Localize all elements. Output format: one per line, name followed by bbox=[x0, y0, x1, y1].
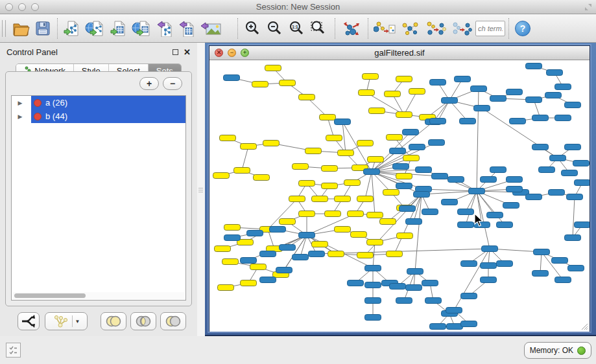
network-node[interactable] bbox=[407, 269, 423, 275]
network-node[interactable] bbox=[510, 119, 526, 124]
network-node[interactable] bbox=[403, 130, 419, 135]
network-node[interactable] bbox=[390, 148, 406, 154]
network-node[interactable] bbox=[351, 232, 367, 238]
network-node[interactable] bbox=[357, 253, 374, 258]
network-node[interactable] bbox=[507, 177, 523, 183]
network-node[interactable] bbox=[322, 166, 338, 172]
network-node[interactable] bbox=[365, 298, 381, 304]
network-node[interactable] bbox=[260, 251, 276, 257]
network-node[interactable] bbox=[422, 280, 438, 286]
network-node[interactable] bbox=[432, 174, 448, 179]
network-node[interactable] bbox=[481, 277, 497, 283]
network-node[interactable] bbox=[555, 115, 571, 121]
network-node[interactable] bbox=[469, 188, 485, 194]
close-panel-icon[interactable]: ✕ bbox=[184, 48, 191, 56]
network-node[interactable] bbox=[406, 219, 422, 225]
create-set-from-network-button[interactable]: ▼ bbox=[45, 312, 88, 330]
network-node[interactable] bbox=[414, 192, 430, 198]
open-session-button[interactable] bbox=[10, 16, 32, 41]
network-node[interactable] bbox=[387, 135, 403, 141]
save-session-button[interactable] bbox=[32, 16, 54, 41]
export-image-button[interactable] bbox=[198, 16, 223, 41]
network-node[interactable] bbox=[526, 97, 542, 103]
network-node[interactable] bbox=[416, 167, 432, 173]
network-node[interactable] bbox=[254, 175, 270, 181]
network-node[interactable] bbox=[399, 206, 416, 212]
network-node[interactable] bbox=[507, 89, 523, 95]
network-node[interactable] bbox=[222, 259, 239, 265]
network-node[interactable] bbox=[280, 245, 296, 251]
network-node[interactable] bbox=[224, 75, 240, 81]
network-node[interactable] bbox=[367, 212, 383, 218]
network-node[interactable] bbox=[442, 98, 458, 104]
network-node[interactable] bbox=[260, 277, 276, 283]
float-panel-icon[interactable] bbox=[173, 49, 178, 55]
network-node[interactable] bbox=[471, 86, 487, 92]
network-node[interactable] bbox=[247, 231, 263, 236]
network-node[interactable] bbox=[250, 264, 267, 270]
network-node[interactable] bbox=[396, 76, 412, 82]
remove-set-button[interactable]: − bbox=[163, 77, 182, 90]
network-node[interactable] bbox=[328, 251, 344, 257]
network-node[interactable] bbox=[365, 315, 381, 321]
network-node[interactable] bbox=[550, 155, 566, 161]
network-node[interactable] bbox=[565, 235, 581, 241]
network-node[interactable] bbox=[429, 140, 445, 146]
network-node[interactable] bbox=[385, 91, 401, 97]
fullscreen-icon[interactable] bbox=[584, 3, 592, 11]
disclosure-triangle-icon[interactable]: ▶ bbox=[12, 113, 29, 120]
task-history-button[interactable] bbox=[6, 343, 21, 358]
network-node[interactable] bbox=[241, 280, 257, 286]
network-node[interactable] bbox=[403, 155, 420, 161]
import-table-file-button[interactable] bbox=[108, 16, 130, 41]
network-node[interactable] bbox=[368, 157, 384, 163]
network-node[interactable] bbox=[348, 280, 364, 286]
network-node[interactable] bbox=[532, 115, 549, 121]
network-node[interactable] bbox=[532, 144, 549, 150]
network-node[interactable] bbox=[461, 261, 477, 267]
network-node[interactable] bbox=[481, 177, 497, 183]
network-canvas[interactable] bbox=[209, 60, 590, 332]
network-node[interactable] bbox=[448, 177, 464, 183]
network-node[interactable] bbox=[215, 246, 231, 252]
network-node[interactable] bbox=[218, 285, 234, 291]
network-node[interactable] bbox=[365, 266, 381, 271]
network-node[interactable] bbox=[383, 190, 399, 196]
network-node[interactable] bbox=[526, 194, 542, 200]
export-network-button[interactable] bbox=[154, 16, 176, 41]
network-node[interactable] bbox=[299, 233, 315, 238]
network-node[interactable] bbox=[280, 80, 296, 86]
network-node[interactable] bbox=[305, 148, 322, 154]
network-node[interactable] bbox=[390, 284, 406, 290]
network-node[interactable] bbox=[567, 194, 583, 200]
network-node[interactable] bbox=[497, 222, 513, 228]
network-node[interactable] bbox=[490, 96, 507, 102]
apply-layout-button[interactable] bbox=[339, 16, 364, 41]
network-node[interactable] bbox=[276, 267, 292, 273]
split-set-button[interactable] bbox=[18, 312, 40, 330]
network-node[interactable] bbox=[547, 70, 563, 76]
network-node[interactable] bbox=[568, 266, 584, 271]
network-node[interactable] bbox=[461, 293, 477, 299]
zoom-selected-button[interactable] bbox=[307, 16, 329, 41]
network-node[interactable] bbox=[387, 251, 403, 257]
network-node[interactable] bbox=[224, 225, 241, 231]
chevron-down-icon[interactable]: ▼ bbox=[75, 319, 80, 324]
difference-sets-button[interactable] bbox=[160, 312, 186, 330]
network-node[interactable] bbox=[326, 135, 342, 141]
toolbar-drag-handle[interactable] bbox=[2, 20, 6, 37]
zoom-out-button[interactable] bbox=[263, 16, 285, 41]
network-node[interactable] bbox=[409, 89, 425, 95]
network-node[interactable] bbox=[292, 164, 309, 170]
network-node[interactable] bbox=[344, 180, 361, 186]
network-node[interactable] bbox=[359, 90, 375, 96]
difference-networks-button[interactable] bbox=[449, 16, 475, 41]
memory-status-button[interactable]: Memory: OK bbox=[524, 342, 591, 359]
network-node[interactable] bbox=[289, 196, 305, 202]
network-node[interactable] bbox=[539, 167, 555, 173]
add-set-button[interactable]: + bbox=[139, 77, 159, 90]
search-input[interactable] bbox=[475, 21, 505, 36]
network-node[interactable] bbox=[422, 209, 438, 215]
panel-splitter[interactable] bbox=[197, 43, 205, 336]
network-node[interactable] bbox=[263, 141, 280, 146]
